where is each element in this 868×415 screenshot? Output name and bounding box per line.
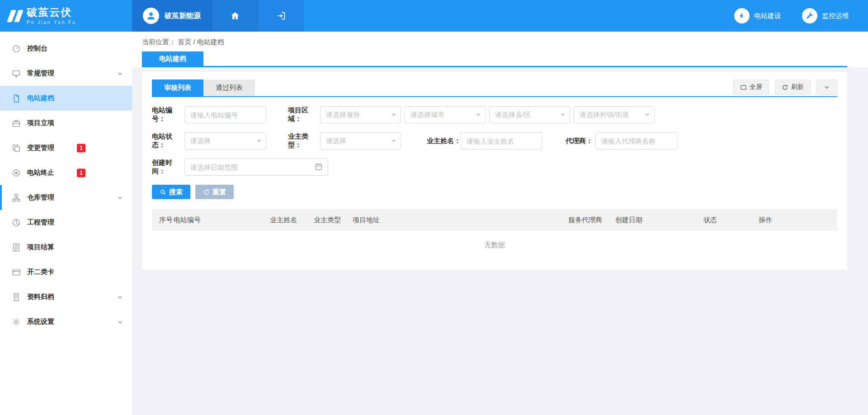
home-button[interactable]: [212, 0, 258, 32]
chevron-down-icon: [117, 319, 123, 325]
column-header-service-agent: 服务代理商: [568, 216, 602, 224]
city-select[interactable]: 请选择城市: [405, 106, 486, 123]
archive-icon: [12, 293, 21, 302]
company-name: 破茧新能源: [165, 11, 201, 21]
notification-badge: 1: [77, 168, 85, 177]
gear-icon: [12, 317, 21, 326]
station-no-input[interactable]: [184, 106, 266, 123]
home-icon: [230, 11, 240, 21]
owner-name-label: 业主姓名：: [427, 137, 461, 145]
reset-button[interactable]: 重置: [195, 185, 234, 199]
date-range-picker[interactable]: [184, 159, 328, 176]
page-tab-station-archive[interactable]: 电站建档: [142, 51, 203, 66]
app-header: 破茧云伏 Po Jian Yun Fu 破茧新能源 电站建设: [0, 0, 868, 32]
search-icon: [160, 189, 166, 196]
refresh-button[interactable]: 刷新: [775, 79, 811, 95]
city-select-placeholder: 请选择城市: [410, 111, 444, 119]
sidebar-item-engineering-management[interactable]: 工程管理: [0, 210, 132, 235]
nav-station-construction[interactable]: 电站建设: [734, 8, 781, 23]
filter-row-2: 电站状态： 请选择 业主类型： 请选择 业主姓名： 代理商：: [152, 132, 837, 149]
column-header-created-date: 创建日期: [615, 216, 642, 224]
calculator-icon: [12, 243, 21, 252]
sidebar-item-general-management[interactable]: 常规管理: [0, 61, 132, 86]
notification-badge: 1: [77, 144, 85, 152]
agent-input[interactable]: [595, 132, 677, 149]
filter-panel: 审核列表 通过列表 全屏 刷新: [142, 72, 847, 270]
owner-type-placeholder: 请选择: [326, 137, 346, 145]
column-header-project-address: 项目地址: [353, 216, 380, 224]
town-select-placeholder: 请选择村镇/街道: [580, 111, 629, 119]
nav-monitoring[interactable]: 监控运维: [802, 8, 849, 23]
sidebar-item-label: 变更管理: [27, 144, 54, 152]
station-no-label: 电站编号：: [152, 106, 184, 123]
column-header-status: 状态: [703, 216, 717, 224]
search-button[interactable]: 搜索: [152, 185, 190, 199]
briefcase-icon: [12, 119, 21, 128]
document-icon: [12, 94, 21, 103]
sidebar-item-label: 控制台: [27, 44, 47, 53]
sitemap-icon: [12, 193, 21, 202]
owner-type-select[interactable]: 请选择: [320, 132, 401, 149]
accent-divider: [142, 66, 847, 67]
district-select-placeholder: 请选择县/区: [495, 111, 531, 119]
logo-text: 破茧云伏 Po Jian Yun Fu: [27, 7, 76, 24]
monitor-icon: [12, 69, 21, 78]
tab-review-list[interactable]: 审核列表: [152, 79, 203, 96]
reset-label: 重置: [212, 188, 226, 196]
caret-down-icon: [476, 114, 481, 118]
sidebar-item-warehouse-management[interactable]: 仓库管理: [0, 185, 132, 210]
province-select-placeholder: 请选择省份: [326, 111, 360, 119]
bolt-icon: [734, 8, 750, 23]
chevron-down-icon: [824, 84, 830, 90]
breadcrumb-home-link[interactable]: 首页: [178, 38, 191, 46]
empty-state: 无数据: [152, 231, 837, 259]
breadcrumb: 当前位置： 首页 / 电站建档: [132, 32, 868, 51]
logo-subtitle: Po Jian Yun Fu: [27, 20, 76, 25]
region-label: 项目区域：: [288, 106, 320, 123]
sidebar-item-project-initiation[interactable]: 项目立项: [0, 111, 132, 135]
nav-label: 监控运维: [822, 12, 849, 20]
panel-tabs: 审核列表 通过列表 全屏 刷新: [152, 79, 837, 97]
sidebar-item-label: 工程管理: [27, 218, 54, 227]
logout-icon: [276, 11, 286, 21]
search-label: 搜索: [169, 188, 183, 196]
sidebar-item-label: 电站终止: [27, 168, 54, 177]
logout-button[interactable]: [258, 0, 304, 32]
sidebar-item-system-settings[interactable]: 系统设置: [0, 309, 132, 334]
dashboard-icon: [12, 44, 21, 53]
filter-actions: 搜索 重置: [152, 185, 837, 199]
column-header-actions: 操作: [759, 216, 772, 224]
sidebar-item-change-management[interactable]: 变更管理 1: [0, 135, 132, 160]
district-select[interactable]: 请选择县/区: [489, 106, 570, 123]
sidebar-item-dashboard[interactable]: 控制台: [0, 36, 132, 61]
sidebar-item-label: 电站建档: [27, 94, 54, 103]
filter-row-3: 创建时间：: [152, 159, 837, 176]
province-select[interactable]: 请选择省份: [320, 106, 401, 123]
user-menu[interactable]: 破茧新能源: [132, 0, 212, 32]
fullscreen-button[interactable]: 全屏: [733, 79, 769, 95]
sidebar-item-label: 项目结算: [27, 243, 54, 252]
town-select[interactable]: 请选择村镇/街道: [574, 106, 655, 123]
sidebar-item-label: 系统设置: [27, 317, 54, 326]
chevron-down-icon: [117, 195, 123, 201]
tab-passed-list[interactable]: 通过列表: [203, 79, 255, 96]
sidebar-item-label: 资料归档: [27, 293, 54, 301]
sidebar-item-project-settlement[interactable]: 项目结算: [0, 235, 132, 260]
owner-name-input[interactable]: [461, 132, 542, 149]
sidebar-item-data-archiving[interactable]: 资料归档: [0, 284, 132, 309]
sidebar-item-station-termination[interactable]: 电站终止 1: [0, 160, 132, 185]
wrench-icon: [802, 8, 817, 23]
breadcrumb-separator: /: [193, 38, 197, 46]
station-status-placeholder: 请选择: [190, 137, 211, 145]
fullscreen-icon: [740, 84, 747, 91]
date-range-input[interactable]: [184, 159, 328, 176]
station-status-select[interactable]: 请选择: [184, 132, 266, 149]
page-header: 当前位置： 首页 / 电站建档 电站建档: [132, 32, 868, 67]
table-header: 序号 电站编号 业主姓名 业主类型 项目地址 服务代理商 创建日期 状态 操作: [152, 209, 837, 231]
sidebar-item-label: 仓库管理: [27, 193, 54, 202]
logo[interactable]: 破茧云伏 Po Jian Yun Fu: [0, 0, 132, 32]
collapse-button[interactable]: [816, 79, 837, 95]
sidebar-item-station-archive[interactable]: 电站建档: [0, 86, 132, 111]
nav-label: 电站建设: [754, 12, 781, 20]
sidebar-item-open-type2-card[interactable]: 开二类卡: [0, 260, 132, 284]
